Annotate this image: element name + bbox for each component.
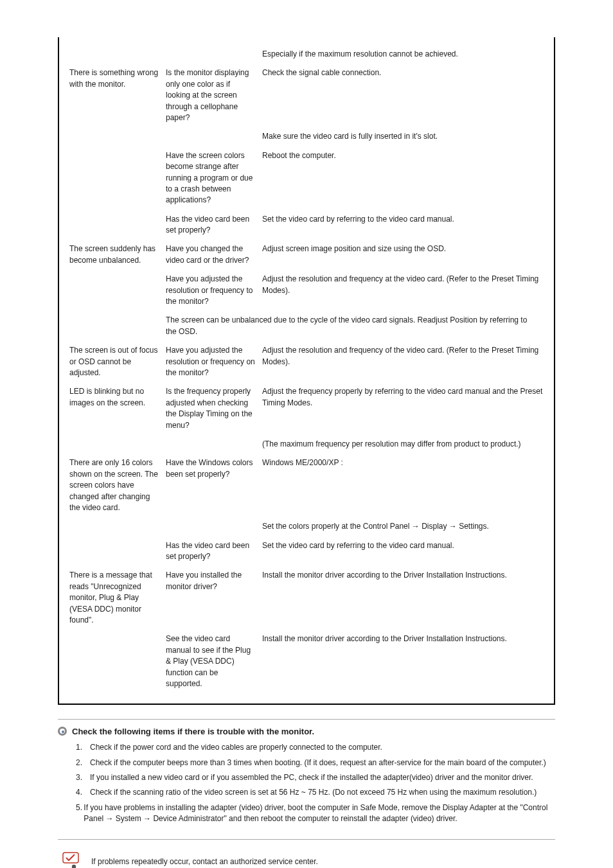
tip-text: If problems repeatedly occur, contact an…: [91, 856, 318, 867]
list-text: Check if the computer beeps more than 3 …: [90, 757, 546, 768]
cell: Have you adjusted the resolution or freq…: [166, 345, 262, 378]
cell: Has the video card been set properly?: [166, 540, 262, 563]
cell: Adjust the resolution and frequency at t…: [262, 274, 544, 307]
cell: Make sure the video card is fully insert…: [262, 131, 544, 142]
cell: See the video card manual to see if the …: [166, 633, 262, 689]
cell: LED is blinking but no images on the scr…: [69, 386, 166, 431]
cell: (The maximum frequency per resolution ma…: [262, 439, 544, 450]
cell: The screen suddenly has become unbalance…: [69, 244, 166, 266]
section-heading: Check the following items if there is tr…: [72, 726, 314, 738]
cell: There is something wrong with the monito…: [69, 67, 166, 123]
cell: The screen can be unbalanced due to the …: [166, 315, 544, 337]
cell: Reboot the computer.: [262, 150, 544, 206]
cell: Have you installed the monitor driver?: [166, 570, 262, 626]
checkmark-person-icon: [62, 851, 84, 868]
list-num: 1.: [76, 742, 90, 753]
cell: Has the video card been set properly?: [166, 214, 262, 236]
troubleshooting-table-continued: Especially if the maximum resolution can…: [58, 37, 555, 705]
list-num: 2.: [76, 757, 90, 768]
cell: Have the Windows colors been set properl…: [166, 457, 262, 513]
cell: Set the colors properly at the Control P…: [262, 521, 544, 532]
cell: Check the signal cable connection.: [262, 67, 544, 123]
cell: Install the monitor driver according to …: [262, 570, 544, 626]
cell: The screen is out of focus or OSD cannot…: [69, 345, 166, 378]
cell: Adjust the frequency properly by referri…: [262, 386, 544, 431]
cell: Have the screen colors become strange af…: [166, 150, 262, 206]
cell: Is the frequency properly adjusted when …: [166, 386, 262, 431]
divider: [58, 839, 555, 840]
list-num: 3.: [76, 772, 90, 783]
cell: Have you changed the video card or the d…: [166, 244, 262, 266]
bullet-icon: [58, 727, 67, 736]
cell: Have you adjusted the resolution or freq…: [166, 274, 262, 307]
list-num: 4.: [76, 787, 90, 798]
list-text: If you installed a new video card or if …: [90, 772, 533, 783]
cell: Windows ME/2000/XP :: [262, 457, 544, 513]
cell: There is a message that reads "Unrecogni…: [69, 570, 166, 626]
divider: [58, 719, 555, 720]
cell: There are only 16 colors shown on the sc…: [69, 457, 166, 513]
list-num: 5.: [76, 802, 84, 825]
cell: Adjust screen image position and size us…: [262, 244, 544, 266]
cell: Adjust the resolution and frequency of t…: [262, 345, 544, 378]
list-text: If you have problems in installing the a…: [84, 802, 555, 825]
cell: Set the video card by referring to the v…: [262, 540, 544, 563]
cell: Is the monitor displaying only one color…: [166, 67, 262, 123]
svg-point-1: [72, 864, 76, 868]
cell: Especially if the maximum resolution can…: [262, 49, 544, 60]
list-text: Check if the scanning ratio of the video…: [90, 787, 537, 798]
cell: Set the video card by referring to the v…: [262, 214, 544, 236]
cell: Install the monitor driver according to …: [262, 633, 544, 689]
list-text: Check if the power cord and the video ca…: [90, 742, 382, 753]
